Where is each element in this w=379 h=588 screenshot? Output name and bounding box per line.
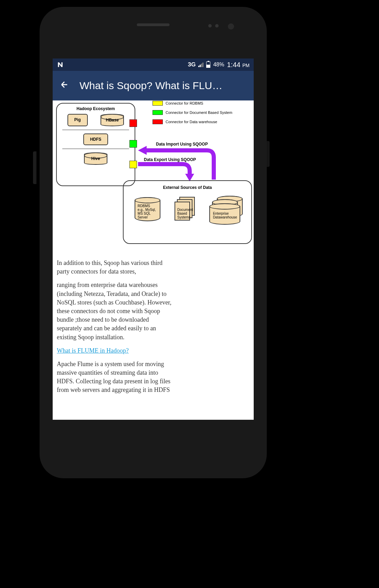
- phone-frame: 3G 48% 1:44 PM What is Sqoop? What is FL…: [40, 7, 267, 478]
- legend-label: Connector for Data warehouse: [166, 120, 217, 124]
- external-sources-box: External Sources of Data RDBMS e.g., MyS…: [123, 180, 252, 244]
- clock-suffix: PM: [242, 63, 250, 68]
- battery-icon: [206, 62, 210, 68]
- content-scroll[interactable]: Connector for RDBMS Connector for Docume…: [53, 100, 254, 420]
- status-bar: 3G 48% 1:44 PM: [53, 58, 254, 71]
- docsys-item: Document Based Systems: [175, 197, 195, 219]
- connector-red: [129, 119, 137, 127]
- paragraph: ranging from enterprise data warehouses …: [57, 281, 174, 341]
- legend-dw: Connector for Data warehouse: [152, 119, 217, 124]
- back-arrow-icon[interactable]: [60, 79, 69, 92]
- network-label: 3G: [188, 61, 196, 68]
- paragraph: In addition to this, Sqoop has various t…: [57, 259, 174, 276]
- hbase-cylinder: HBase: [101, 114, 124, 126]
- hive-cylinder: Hive: [84, 152, 107, 165]
- legend-color-green: [152, 110, 163, 115]
- android-n-icon: [57, 61, 64, 68]
- svg-marker-0: [138, 146, 147, 155]
- front-camera: [228, 23, 234, 30]
- clock-time: 1:44: [227, 61, 241, 68]
- sensor-dot: [215, 24, 219, 28]
- hadoop-ecosystem-box: Hadoop Ecosystem Pig HBase HDFS Hive: [56, 103, 135, 186]
- paragraph: Apache Flume is a system used for moving…: [57, 360, 174, 395]
- legend-rdbms: Connector for RDBMS: [152, 101, 203, 106]
- article-body: In addition to this, Sqoop has various t…: [53, 259, 254, 395]
- volume-button: [33, 151, 36, 184]
- battery-percent: 48%: [213, 62, 224, 68]
- rdbms-item: RDBMS e.g., MySql, MS SQL Server: [135, 197, 160, 219]
- signal-icon: [198, 62, 203, 67]
- legend-label: Connector for RDBMS: [166, 101, 203, 105]
- connector-yellow: [129, 161, 137, 168]
- sensor-dot: [208, 24, 212, 28]
- external-title: External Sources of Data: [128, 185, 247, 190]
- hdfs-box: HDFS: [83, 133, 108, 145]
- pig-box: Pig: [67, 114, 88, 126]
- page-title: What is Sqoop? What is FLU…: [80, 80, 222, 92]
- speaker: [137, 23, 170, 26]
- dw-item: Enterprise Datawarehouse: [209, 199, 240, 219]
- app-bar: What is Sqoop? What is FLU…: [53, 71, 254, 100]
- screen: 3G 48% 1:44 PM What is Sqoop? What is FL…: [53, 58, 254, 420]
- legend-doc: Connector for Document Based System: [152, 110, 232, 115]
- flume-link[interactable]: What is FLUME in Hadoop?: [57, 347, 129, 354]
- hadoop-title: Hadoop Ecosystem: [60, 106, 132, 111]
- sqoop-diagram: Connector for RDBMS Connector for Docume…: [53, 100, 254, 248]
- connector-green: [129, 140, 137, 148]
- legend-color-red: [152, 119, 163, 124]
- legend-color-yellow: [152, 101, 163, 106]
- legend-label: Connector for Document Based System: [166, 110, 232, 115]
